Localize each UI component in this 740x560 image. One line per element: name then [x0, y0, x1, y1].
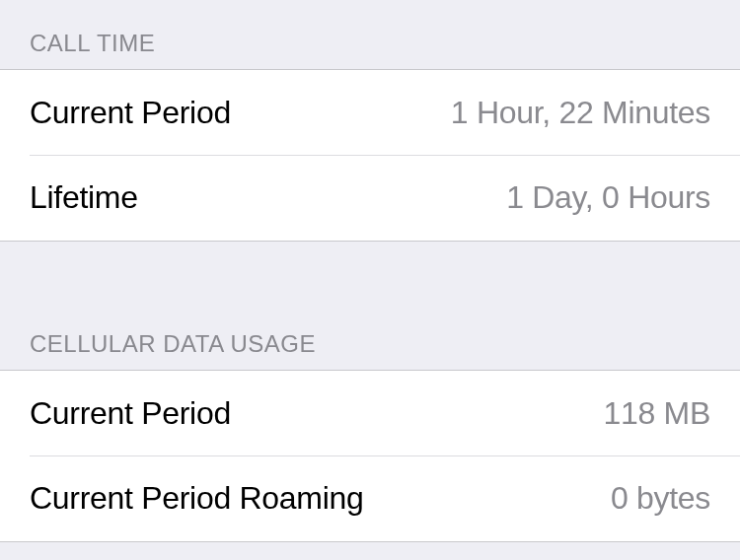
- row-cellular-current-period-roaming: Current Period Roaming 0 bytes: [0, 455, 740, 540]
- row-cellular-current-period: Current Period 118 MB: [0, 371, 740, 455]
- section-header-cellular-data-usage: CELLULAR DATA USAGE: [0, 296, 740, 370]
- row-value: 1 Day, 0 Hours: [506, 178, 710, 216]
- section-header-call-time: CALL TIME: [0, 0, 740, 69]
- row-value: 1 Hour, 22 Minutes: [451, 94, 710, 131]
- row-label: Current Period: [30, 394, 231, 432]
- row-call-time-lifetime: Lifetime 1 Day, 0 Hours: [0, 155, 740, 240]
- row-call-time-current-period: Current Period 1 Hour, 22 Minutes: [0, 70, 740, 155]
- row-value: 0 bytes: [611, 479, 710, 517]
- row-label: Lifetime: [30, 178, 138, 216]
- section-group-call-time: Current Period 1 Hour, 22 Minutes Lifeti…: [0, 69, 740, 242]
- section-group-cellular-data-usage: Current Period 118 MB Current Period Roa…: [0, 370, 740, 542]
- row-value: 118 MB: [604, 394, 710, 432]
- row-label: Current Period: [30, 94, 231, 131]
- section-spacer: [0, 242, 740, 296]
- row-label: Current Period Roaming: [30, 479, 363, 517]
